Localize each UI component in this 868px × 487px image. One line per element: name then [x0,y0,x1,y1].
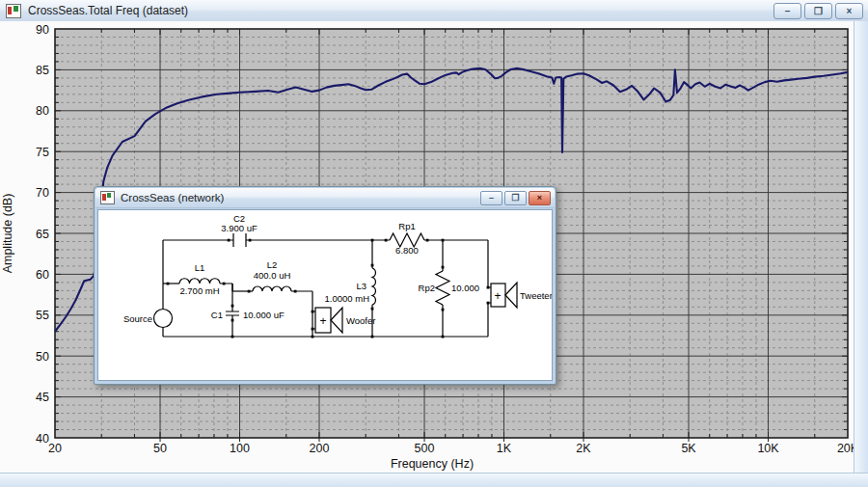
tweeter-label: Tweeter [520,290,552,301]
x-tick-label: 50 [153,442,167,455]
network-window-controls: – ❐ × [480,191,551,205]
component-value: 2.700 mH [179,285,219,296]
y-tick-label: 45 [36,391,49,404]
network-icon [100,191,115,204]
y-tick-label: 75 [36,146,49,159]
y-tick-label: 60 [36,268,49,282]
tweeter-polarity: + [494,289,501,303]
y-axis-title: Amplitude (dB) [1,194,14,274]
source-symbol[interactable] [154,310,173,328]
minimize-button[interactable]: – [773,3,801,19]
capacitor-C1[interactable] [226,311,239,315]
close-button[interactable]: × [835,3,863,19]
network-window: CrossSeas (network) – ❐ × [94,186,556,385]
window-bottom-border [0,473,868,487]
y-tick-label: 65 [36,228,49,241]
network-titlebar[interactable]: CrossSeas (network) – ❐ × [95,188,555,208]
x-tick-label: 200 [310,442,330,455]
close-icon: × [537,194,542,203]
y-tick-label: 90 [36,23,49,37]
x-tick-label: 10K [757,442,779,455]
y-tick-label: 40 [36,432,49,446]
network-maximize-button[interactable]: ❐ [504,191,527,205]
component-value: 400.0 uH [254,270,291,281]
x-tick-label: 500 [415,442,435,455]
wire [220,284,232,291]
resistor-Rp2[interactable] [436,271,449,305]
component-ref: L2 [267,259,278,270]
maximize-button[interactable]: ❐ [804,3,832,19]
y-tick-label: 85 [36,64,49,77]
window-right-border [854,21,868,487]
woofer-polarity: + [319,314,326,328]
wire [291,291,312,337]
inductor-L3[interactable] [372,268,375,305]
woofer-label: Woofer [346,315,375,326]
component-ref: C1 [211,310,223,320]
component-value: 1.0000 mH [325,293,370,304]
woofer-cone-icon [331,308,342,333]
application-window: CrossSeas.Total Freq (dataset) – ❐ × 404… [0,0,868,487]
y-tick-label: 55 [36,309,49,322]
component-ref: L3 [356,281,366,291]
main-titlebar[interactable]: CrossSeas.Total Freq (dataset) – ❐ × [0,0,868,22]
capacitor-C2[interactable] [233,233,246,247]
x-axis-title: Frequency (Hz) [391,457,474,471]
dataset-icon [6,4,21,18]
y-tick-label: 80 [36,104,49,118]
x-tick-label: 5K [681,442,696,455]
network-window-title: CrossSeas (network) [121,192,224,203]
main-window-title: CrossSeas.Total Freq (dataset) [28,4,188,17]
y-tick-label: 70 [36,186,49,200]
y-tick-label: 50 [36,350,49,364]
component-value: 3.900 uF [221,223,258,233]
inductor-L1[interactable] [179,279,220,284]
component-ref: Rp1 [398,221,415,231]
tweeter-cone-icon [505,283,517,308]
inductor-L2[interactable] [253,286,291,291]
schematic-canvas: C2 3.900 uF L1 2.700 mH L2 400.0 uH C1 1… [97,209,553,381]
x-tick-label: 20 [48,442,62,455]
maximize-icon: ❐ [814,7,823,16]
x-tick-label: 2K [576,442,591,455]
component-value: 6.800 [395,245,419,256]
minimize-icon: – [489,194,494,203]
close-icon: × [847,7,853,16]
minimize-icon: – [785,7,791,16]
network-close-button[interactable]: × [529,191,551,205]
network-minimize-button[interactable]: – [480,191,502,205]
component-value: 10.000 uF [243,310,285,320]
x-tick-label: 100 [230,442,250,455]
x-tick-label: 1K [497,442,512,455]
component-ref: Rp2 [419,283,435,293]
main-window-controls: – ❐ × [773,3,863,19]
component-value: 10.000 [451,283,479,293]
maximize-icon: ❐ [511,194,519,203]
source-label: Source [123,313,152,324]
crossover-schematic: C2 3.900 uF L1 2.700 mH L2 400.0 uH C1 1… [98,210,552,380]
component-labels: C2 3.900 uF L1 2.700 mH L2 400.0 uH C1 1… [123,213,552,328]
component-ref: L1 [195,262,205,273]
